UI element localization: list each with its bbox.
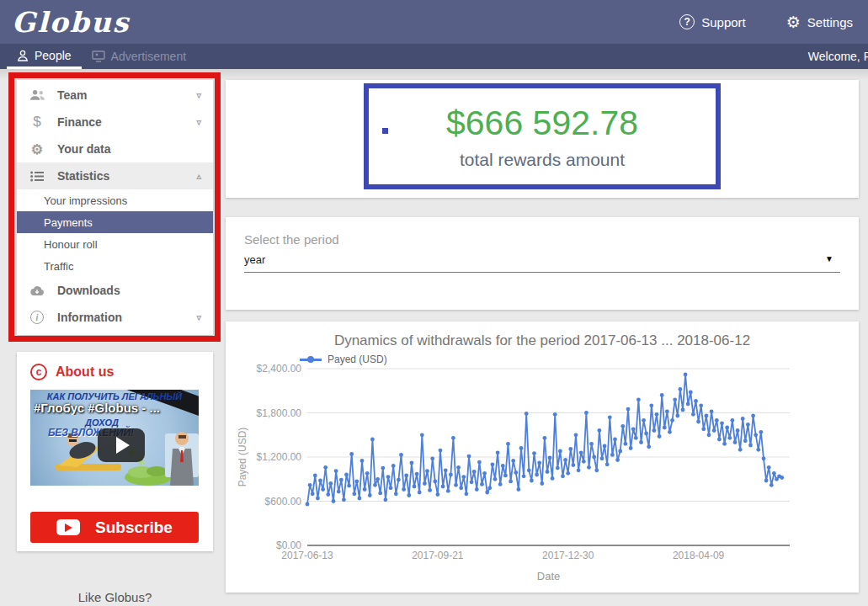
chart-canvas: $0.00$600.00$1,200.00$1,800.00$2,400.002… [226, 362, 859, 593]
sidebar-item-label: Downloads [57, 284, 120, 297]
tab-people-label: People [35, 49, 72, 62]
period-label: Select the period [244, 232, 840, 247]
annotation-rect-blue: $666 592.78 total rewards amount [364, 83, 721, 189]
copyright-icon: c [30, 364, 47, 380]
gear-icon: ⚙ [786, 14, 801, 30]
period-value: year [244, 253, 265, 266]
subscribe-label: Subscribe [95, 518, 173, 537]
rewards-card: $666 592.78 total rewards amount [226, 80, 859, 198]
finance-icon: $ [29, 114, 45, 130]
legend-line-marker [300, 359, 322, 361]
sidebar-item-label: Finance [57, 115, 102, 129]
sidebar-item-downloads[interactable]: Downloads [17, 277, 213, 304]
sidebar-item-your-impressions[interactable]: Your impressions [17, 189, 213, 211]
info-icon: i [29, 311, 45, 324]
app-window: Globus ? Support ⚙ Settings People Adver… [0, 0, 868, 606]
svg-text:$1,800.00: $1,800.00 [257, 407, 302, 419]
sidebar-item-label: Team [57, 88, 88, 102]
sidebar-item-finance[interactable]: $ Finance ▿ [17, 109, 213, 136]
app-logo[interactable]: Globus [12, 6, 130, 39]
about-us-link[interactable]: c About us [17, 352, 213, 387]
sidebar-item-statistics[interactable]: Statistics ▵ [17, 162, 213, 189]
period-select[interactable]: year ▼ [244, 253, 840, 273]
svg-text:Payed (USD): Payed (USD) [237, 428, 248, 487]
like-globus-text: Like Globus? [17, 590, 213, 604]
play-button[interactable] [98, 428, 145, 462]
advertisement-icon [92, 50, 105, 62]
svg-text:$2,400.00: $2,400.00 [257, 363, 302, 375]
subscribe-button[interactable]: Subscribe [30, 512, 199, 543]
cloud-download-icon [29, 285, 45, 296]
video-thumbnail[interactable]: КАК ПОЛУЧИТЬ ЛЕГАЛЬНЫЙ #Глобус #Globus -… [30, 390, 199, 486]
support-button[interactable]: ? Support [679, 14, 746, 29]
sidebar-subitem-label: Your impressions [44, 194, 127, 207]
svg-text:2017-06-13: 2017-06-13 [281, 550, 333, 561]
chevron-down-icon: ▿ [196, 117, 201, 128]
support-label: Support [701, 15, 746, 29]
period-card: Select the period year ▼ [226, 217, 859, 310]
svg-text:$1,200.00: $1,200.00 [257, 451, 302, 463]
chevron-down-icon: ▿ [196, 90, 201, 101]
sidebar-item-your-data[interactable]: ⚙ Your data [17, 136, 213, 162]
header-actions: ? Support ⚙ Settings [679, 14, 853, 30]
chart-title: Dynamics of withdrawals for the period 2… [226, 332, 859, 349]
sidebar-item-honour-roll[interactable]: Honour roll [17, 233, 213, 255]
settings-button[interactable]: ⚙ Settings [786, 14, 853, 30]
sidebar-item-payments[interactable]: Payments [17, 211, 213, 233]
total-rewards-caption: total rewards amount [369, 150, 716, 170]
list-icon [29, 171, 45, 182]
gear-icon: ⚙ [29, 141, 45, 157]
total-rewards-amount: $666 592.78 [369, 104, 716, 143]
sidebar-item-label: Information [57, 311, 122, 324]
youtube-icon [56, 519, 80, 535]
svg-text:Date: Date [537, 570, 560, 582]
chart-card: Dynamics of withdrawals for the period 2… [226, 322, 859, 593]
sidebar-item-team[interactable]: Team ▿ [17, 82, 213, 109]
sidebar-item-label: Statistics [57, 169, 109, 183]
sidebar-subitem-label: Honour roll [44, 238, 98, 251]
sidebar-subitem-label: Payments [44, 216, 93, 229]
about-card: c About us [17, 352, 213, 551]
sidebar-item-information[interactable]: i Information ▿ [17, 304, 213, 331]
tab-people[interactable]: People [7, 44, 82, 69]
content-shadow [0, 69, 868, 80]
team-icon [29, 89, 45, 101]
welcome-text: Welcome, P [808, 44, 868, 69]
list-bullet [382, 128, 388, 134]
chevron-down-icon: ▿ [196, 312, 201, 323]
about-us-label: About us [56, 364, 114, 380]
sidebar-menu: Team ▿ $ Finance ▿ ⚙ Your data Statistic… [17, 80, 213, 335]
sidebar-item-label: Your data [57, 142, 111, 156]
sidebar-subitem-label: Traffic [44, 260, 73, 273]
app-header: Globus ? Support ⚙ Settings [0, 0, 868, 44]
video-title: #Глобус #Globus - ... [34, 401, 195, 415]
tab-advertisement-label: Advertisement [111, 50, 186, 63]
sidebar-item-traffic[interactable]: Traffic [17, 255, 213, 277]
settings-label: Settings [807, 15, 853, 29]
chevron-up-icon: ▵ [196, 171, 201, 182]
help-icon: ? [679, 14, 695, 29]
svg-text:2018-04-09: 2018-04-09 [673, 550, 725, 561]
tab-bar: People Advertisement Welcome, P [0, 44, 868, 69]
caret-down-icon: ▼ [825, 254, 833, 263]
svg-text:2017-09-21: 2017-09-21 [412, 550, 464, 561]
person-icon [17, 50, 29, 61]
tab-advertisement[interactable]: Advertisement [82, 44, 196, 69]
svg-text:$600.00: $600.00 [265, 496, 302, 508]
svg-text:2017-12-30: 2017-12-30 [542, 550, 594, 561]
